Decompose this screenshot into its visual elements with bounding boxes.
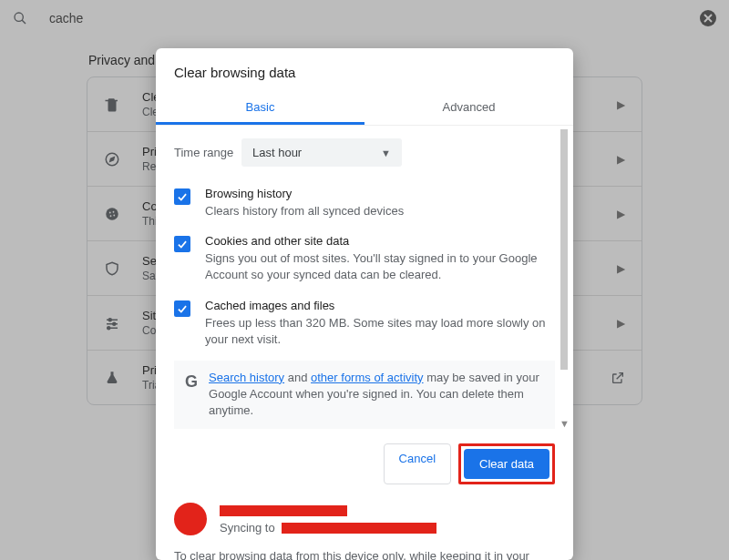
scrollbar[interactable]: ▼ xyxy=(560,129,568,427)
clear-browsing-data-dialog: Clear browsing data Basic Advanced ▼ Tim… xyxy=(156,48,573,560)
time-range-value: Last hour xyxy=(252,146,302,159)
time-range-row: Time range Last hour ▼ xyxy=(174,126,555,179)
time-range-select[interactable]: Last hour ▼ xyxy=(241,138,402,167)
link-search-history[interactable]: Search history xyxy=(209,371,284,384)
link-other-activity[interactable]: other forms of activity xyxy=(311,371,424,384)
clear-data-button[interactable]: Clear data xyxy=(464,449,549,479)
dialog-tabs: Basic Advanced xyxy=(156,91,573,126)
checkbox-row-cache: Cached images and files Frees up less th… xyxy=(174,291,555,355)
tab-basic[interactable]: Basic xyxy=(156,91,364,125)
checkbox-row-cookies: Cookies and other site data Signs you ou… xyxy=(174,227,555,290)
cancel-button[interactable]: Cancel xyxy=(384,443,451,484)
checkbox-sub: Signs you out of most sites. You'll stay… xyxy=(205,250,555,283)
sync-label: Syncing to xyxy=(220,521,278,535)
avatar xyxy=(174,503,207,535)
redacted-email xyxy=(282,523,436,534)
checkbox-title: Cookies and other site data xyxy=(205,234,555,248)
tab-advanced[interactable]: Advanced xyxy=(364,91,573,125)
footnote: To clear browsing data from this device … xyxy=(156,539,573,561)
checkbox-title: Cached images and files xyxy=(205,299,555,312)
checkbox-browsing-history[interactable] xyxy=(174,188,190,205)
redacted-name xyxy=(220,505,347,516)
time-range-label: Time range xyxy=(174,146,241,159)
scroll-down-icon[interactable]: ▼ xyxy=(560,418,570,429)
clear-data-highlight: Clear data xyxy=(458,443,555,484)
checkbox-cache[interactable] xyxy=(174,300,190,317)
chevron-down-icon: ▼ xyxy=(381,148,391,158)
checkbox-sub: Frees up less than 320 MB. Some sites ma… xyxy=(205,315,555,348)
scrollbar-thumb[interactable] xyxy=(560,129,568,370)
dialog-actions: Cancel Clear data xyxy=(156,429,573,495)
checkbox-title: Browsing history xyxy=(205,187,555,200)
google-g-icon: G xyxy=(185,371,198,420)
checkbox-row-history: Browsing history Clears history from all… xyxy=(174,179,555,227)
checkbox-sub: Clears history from all synced devices xyxy=(205,203,555,219)
modal-scrim: Clear browsing data Basic Advanced ▼ Tim… xyxy=(0,0,729,560)
dialog-title: Clear browsing data xyxy=(156,48,573,91)
checkbox-cookies[interactable] xyxy=(174,236,190,252)
account-row: Syncing to xyxy=(156,495,573,539)
dialog-scrollarea: ▼ Time range Last hour ▼ Browsing histor… xyxy=(156,126,573,429)
search-history-info: G Search history and other forms of acti… xyxy=(174,361,555,429)
